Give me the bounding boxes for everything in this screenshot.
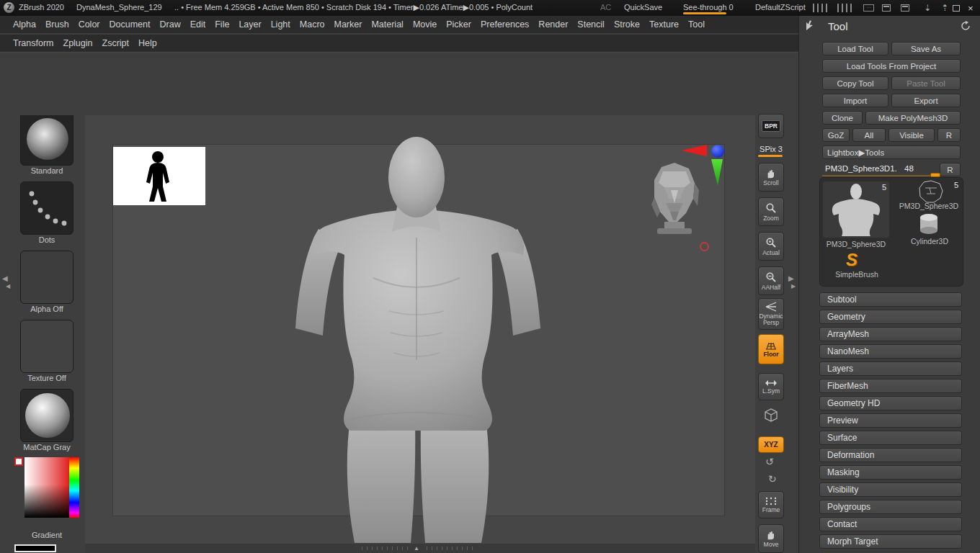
xyz-symmetry-button[interactable]: XYZ xyxy=(758,436,784,453)
right-tray-collapse-arrow-2[interactable]: ▶ xyxy=(791,283,796,289)
menu-file[interactable]: File xyxy=(215,19,229,30)
transparency-cube-button[interactable] xyxy=(762,406,780,423)
aahalf-button[interactable]: AAHalf xyxy=(758,266,784,295)
export-up-icon[interactable]: ⇡ xyxy=(941,2,948,14)
tool-section-contact[interactable]: Contact xyxy=(819,517,962,531)
canvas-bottom-scrollbar[interactable]: ▲ xyxy=(85,544,755,553)
menu-help[interactable]: Help xyxy=(138,38,157,48)
hue-strip[interactable] xyxy=(69,457,79,518)
active-tool-thumbnail[interactable]: 5 xyxy=(823,181,889,238)
cylinder-tool-thumbnail[interactable] xyxy=(917,211,943,237)
goz-button[interactable]: GoZ xyxy=(822,128,850,142)
download-icon[interactable]: ⇣ xyxy=(924,2,931,14)
load-tools-from-project-button[interactable]: Load Tools From Project xyxy=(822,59,961,73)
tool-section-geometry-hd[interactable]: Geometry HD xyxy=(819,396,962,410)
layout-bars-2-icon[interactable] xyxy=(837,2,853,14)
paste-tool-button[interactable]: Paste Tool xyxy=(891,76,961,90)
secondary-color-swatch[interactable] xyxy=(14,544,56,552)
menu-texture[interactable]: Texture xyxy=(649,19,679,30)
scroll-document-button[interactable]: Scroll xyxy=(758,163,784,192)
panels-icon[interactable] xyxy=(901,2,909,14)
menu-zscript[interactable]: Zscript xyxy=(102,38,130,48)
menu-light[interactable]: Light xyxy=(271,19,290,30)
maximize-icon[interactable] xyxy=(953,2,960,14)
keyboard-icon[interactable]: ··· xyxy=(863,2,874,14)
menu-layer[interactable]: Layer xyxy=(239,19,261,30)
tool-section-morph-target[interactable]: Morph Target xyxy=(819,534,962,549)
menu-preferences[interactable]: Preferences xyxy=(481,19,529,30)
make-polymesh3d-button[interactable]: Make PolyMesh3D xyxy=(865,111,961,125)
rotate-cw-icon[interactable]: ↻ xyxy=(768,473,777,485)
local-symmetry-button[interactable]: L.Sym xyxy=(758,373,784,400)
tool-section-arraymesh[interactable]: ArrayMesh xyxy=(819,327,962,341)
see-through-slider-track[interactable] xyxy=(683,12,726,14)
menu-zplugin[interactable]: Zplugin xyxy=(63,38,93,48)
left-tray-collapse-arrow[interactable]: ◀ xyxy=(2,274,8,282)
material-thumbnail[interactable] xyxy=(20,389,74,442)
default-zscript-button[interactable]: DefaultZScript xyxy=(755,3,806,12)
zoom-document-button[interactable]: Zoom xyxy=(758,197,784,226)
saturation-square[interactable] xyxy=(24,457,69,518)
see-through-slider[interactable]: See-through 0 xyxy=(683,3,734,12)
simplebrush-tool-thumbnail[interactable]: S xyxy=(846,250,868,270)
tool-section-visibility[interactable]: Visibility xyxy=(819,482,962,497)
active-tool-slider-track[interactable] xyxy=(822,175,937,176)
dynamic-persp-button[interactable]: Dynamic Persp xyxy=(758,298,784,330)
layout-bars-icon[interactable] xyxy=(813,2,829,14)
floor-grid-button[interactable]: Floor xyxy=(758,334,784,364)
active-stroke-thumbnail[interactable] xyxy=(20,181,74,235)
import-button[interactable]: Import xyxy=(822,94,888,107)
menu-tool[interactable]: Tool xyxy=(688,19,705,30)
menu-transform[interactable]: Transform xyxy=(13,38,54,48)
palette-cursor-icon[interactable] xyxy=(805,20,816,32)
tool-section-masking[interactable]: Masking xyxy=(819,465,962,480)
left-tray-collapse-arrow-2[interactable]: ◀ xyxy=(6,283,10,289)
lightbox-tools-button[interactable]: Lightbox▶Tools xyxy=(822,145,961,159)
load-tool-button[interactable]: Load Tool xyxy=(822,42,888,55)
menu-movie[interactable]: Movie xyxy=(413,19,437,30)
tool-r-button[interactable]: R xyxy=(940,163,961,176)
copy-window-icon[interactable] xyxy=(882,2,891,14)
move-canvas-button[interactable]: Move xyxy=(758,524,784,553)
tool-section-fibermesh[interactable]: FiberMesh xyxy=(819,379,962,393)
frame-mesh-button[interactable]: Frame xyxy=(758,491,784,518)
active-brush-thumbnail[interactable] xyxy=(20,112,74,166)
menu-color[interactable]: Color xyxy=(79,19,100,30)
menu-material[interactable]: Material xyxy=(371,19,403,30)
copy-tool-button[interactable]: Copy Tool xyxy=(822,76,888,90)
menu-render[interactable]: Render xyxy=(538,19,568,30)
tool-section-surface[interactable]: Surface xyxy=(819,431,962,445)
tool-section-layers[interactable]: Layers xyxy=(819,361,962,376)
menu-marker[interactable]: Marker xyxy=(334,19,362,30)
refresh-icon[interactable] xyxy=(961,21,971,31)
quicksave-button[interactable]: QuickSave xyxy=(624,3,662,12)
save-as-button[interactable]: Save As xyxy=(891,42,961,55)
actual-size-button[interactable]: Actual xyxy=(758,232,784,261)
menu-picker[interactable]: Picker xyxy=(446,19,471,30)
menu-alpha[interactable]: Alpha xyxy=(13,19,36,30)
export-button[interactable]: Export xyxy=(891,94,961,107)
menu-macro[interactable]: Macro xyxy=(300,19,325,30)
goz-all-button[interactable]: All xyxy=(852,128,886,142)
color-picker[interactable] xyxy=(14,456,79,531)
canvas-bottom-marker-icon[interactable]: ▲ xyxy=(414,545,419,552)
bpr-render-button[interactable]: BPR xyxy=(758,114,784,138)
tool-section-geometry[interactable]: Geometry xyxy=(819,310,962,324)
active-tool-slider-label[interactable]: PM3D_Sphere3D1. xyxy=(825,164,897,173)
menu-stroke[interactable]: Stroke xyxy=(614,19,640,30)
menu-edit[interactable]: Edit xyxy=(190,19,206,30)
menu-draw[interactable]: Draw xyxy=(160,19,181,30)
tool-section-preview[interactable]: Preview xyxy=(819,413,962,428)
spix-slider-label[interactable]: SPix 3 xyxy=(755,145,787,153)
spix-slider-track[interactable] xyxy=(758,155,783,157)
tool-section-polygroups[interactable]: Polygroups xyxy=(819,500,962,514)
menu-brush[interactable]: Brush xyxy=(45,19,69,30)
goz-r-button[interactable]: R xyxy=(937,128,961,142)
tool-section-nanomesh[interactable]: NanoMesh xyxy=(819,344,962,359)
sculpt-torso-model[interactable] xyxy=(281,137,555,544)
axis-orientation-gizmo[interactable] xyxy=(681,144,728,189)
goz-visible-button[interactable]: Visible xyxy=(888,128,935,142)
alpha-thumbnail[interactable] xyxy=(20,251,74,304)
close-icon[interactable]: × xyxy=(968,2,974,14)
menu-document[interactable]: Document xyxy=(110,19,151,30)
